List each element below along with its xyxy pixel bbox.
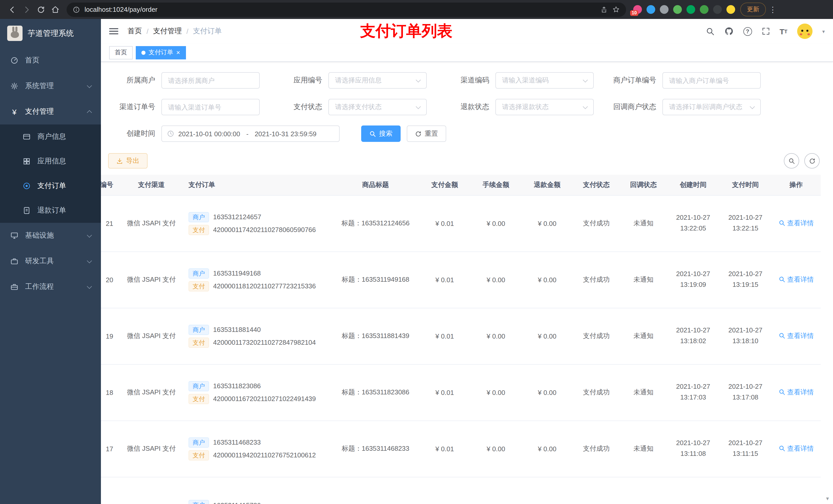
sidebar-item-app-info[interactable]: 应用信息 [0, 149, 101, 174]
bookmark-star-icon[interactable] [612, 6, 620, 13]
merchant-tag: 商户 [189, 381, 209, 391]
extension-icon[interactable] [646, 5, 655, 14]
site-info-icon[interactable] [73, 6, 80, 13]
view-detail-link[interactable]: 查看详情 [779, 444, 814, 453]
sidebar-item-label: 支付订单 [38, 181, 66, 191]
github-icon[interactable] [724, 27, 733, 36]
extension-icon[interactable] [700, 5, 709, 14]
cell-pay-order: 商户1635311415786 [184, 477, 332, 504]
view-detail-link[interactable]: 查看详情 [779, 219, 814, 228]
view-detail-link[interactable]: 查看详情 [779, 388, 814, 397]
refund-doc-icon [22, 207, 31, 215]
sidebar: 芋道管理系统 首页 系统管理 ¥ 支付管 [0, 19, 101, 504]
scroll-caret-icon: ▾ [826, 495, 829, 502]
extension-icon[interactable] [687, 5, 695, 14]
search-button[interactable]: 搜索 [361, 125, 401, 142]
sidebar-item-workflow[interactable]: 工作流程 [0, 274, 101, 299]
collapse-menu-icon[interactable] [109, 28, 118, 34]
cell-pay-time: 2021-10-2713:22:15 [719, 195, 771, 251]
filter-field: 回调商户状态请选择订单回调商户状态 [609, 99, 761, 115]
fullscreen-icon[interactable] [762, 27, 770, 35]
breadcrumb-home[interactable]: 首页 [127, 27, 142, 36]
search-icon[interactable] [706, 27, 714, 35]
cell-create-time: 2021-10-2713:11:08 [667, 421, 719, 477]
filter-input[interactable] [161, 72, 260, 89]
cell-pay-amount: ¥ 0.01 [419, 364, 470, 421]
filter-row: 所属商户应用编号请选择应用信息渠道编码请输入渠道编码商户订单编号 [108, 72, 828, 89]
filter-select[interactable]: 请选择应用信息 [328, 72, 427, 89]
extension-icon[interactable] [727, 5, 735, 14]
tab-pay-order[interactable]: 支付订单 × [136, 46, 186, 59]
breadcrumb-current: 支付订单 [193, 27, 222, 36]
cell-pay-order: 商户1635312124657支付42000011742021102780605… [184, 195, 332, 251]
cell-create-time [667, 477, 719, 504]
avatar[interactable] [797, 24, 812, 39]
font-size-icon[interactable]: TT [780, 27, 787, 35]
filter-select[interactable]: 请选择支付状态 [328, 99, 427, 115]
filter-input[interactable] [662, 72, 761, 89]
filter-input[interactable] [161, 99, 260, 115]
sidebar-item-devtools[interactable]: 研发工具 [0, 248, 101, 274]
order-number: 1635311823086 [213, 382, 261, 390]
cell-id [101, 477, 119, 504]
breadcrumb-pay[interactable]: 支付管理 [153, 27, 182, 36]
toggle-search-button[interactable] [784, 153, 799, 169]
export-button[interactable]: 导出 [108, 153, 147, 169]
cell-action: 查看详情 [771, 251, 821, 308]
dashboard-icon [10, 56, 19, 65]
merchant-tag: 商户 [189, 500, 209, 504]
sidebar-item-infra[interactable]: 基础设施 [0, 223, 101, 248]
view-detail-link[interactable]: 查看详情 [779, 331, 814, 341]
main-area: 芋道管理系统 首页 系统管理 ¥ 支付管 [0, 19, 833, 504]
select-placeholder: 请选择退款状态 [502, 102, 549, 112]
filter-field: 支付状态请选择支付状态 [275, 99, 427, 115]
table-row: 21微信 JSAPI 支付商户1635312124657支付4200001174… [101, 195, 821, 251]
sidebar-item-pay-order[interactable]: 支付订单 [0, 174, 101, 198]
forward-button[interactable] [20, 2, 34, 17]
reload-button[interactable] [34, 2, 48, 17]
table-header-row: 编号支付渠道支付订单商品标题支付金额手续金额退款金额支付状态回调状态创建时间支付… [101, 175, 821, 195]
filter-row: 创建时间 2021-10-01 00:00:00 - 2021-10-31 23… [108, 125, 828, 142]
close-icon[interactable]: × [176, 49, 180, 56]
sidebar-item-label: 研发工具 [25, 257, 54, 266]
filter-select[interactable]: 请选择订单回调商户状态 [662, 99, 761, 115]
address-bar[interactable]: localhost:1024/pay/order [67, 2, 626, 17]
refresh-button[interactable] [804, 153, 820, 169]
extension-icon[interactable] [673, 5, 682, 14]
sidebar-item-pay[interactable]: ¥ 支付管理 [0, 99, 101, 124]
extension-icon[interactable] [660, 5, 669, 14]
extension-icon[interactable] [713, 5, 722, 14]
filter-select[interactable]: 请输入渠道编码 [495, 72, 594, 89]
cell-channel: 微信 JSAPI 支付 [119, 308, 184, 364]
cell-channel [119, 477, 184, 504]
browser-menu-icon[interactable]: ⋮ [766, 5, 780, 14]
sidebar-item-label: 首页 [25, 56, 40, 65]
help-icon[interactable]: ? [743, 27, 752, 35]
merchant-tag: 商户 [189, 437, 209, 448]
sidebar-item-home[interactable]: 首页 [0, 48, 101, 73]
tab-home[interactable]: 首页 [109, 46, 133, 59]
update-button[interactable]: 更新 [740, 3, 766, 16]
sidebar-item-refund-order[interactable]: 退款订单 [0, 198, 101, 223]
cell-id: 17 [101, 421, 119, 477]
view-detail-link[interactable]: 查看详情 [779, 275, 814, 284]
column-header: 编号 [101, 175, 119, 195]
back-button[interactable] [5, 2, 20, 17]
cell-create-time: 2021-10-2713:17:03 [667, 364, 719, 421]
extension-icon[interactable]: 10 [633, 5, 642, 14]
cell-pay-status: 支付成功 [573, 364, 620, 421]
share-icon[interactable] [600, 6, 608, 13]
chevron-down-icon[interactable]: ▾ [822, 28, 825, 34]
filter-label: 回调商户状态 [609, 102, 662, 112]
table-row: 19微信 JSAPI 支付商户1635311881440支付4200001173… [101, 308, 821, 364]
home-button[interactable] [48, 2, 63, 17]
app-logo: 芋道管理系统 [0, 19, 101, 48]
filter-select[interactable]: 请选择退款状态 [495, 99, 594, 115]
cell-refund-amount: ¥ 0.00 [522, 421, 573, 477]
yen-icon: ¥ [10, 107, 19, 116]
sidebar-item-system[interactable]: 系统管理 [0, 73, 101, 99]
date-range-input[interactable]: 2021-10-01 00:00:00 - 2021-10-31 23:59:5… [161, 125, 340, 142]
reset-button[interactable]: 重置 [407, 125, 446, 142]
sidebar-item-merchant-info[interactable]: 商户信息 [0, 124, 101, 149]
target-icon [22, 182, 31, 190]
